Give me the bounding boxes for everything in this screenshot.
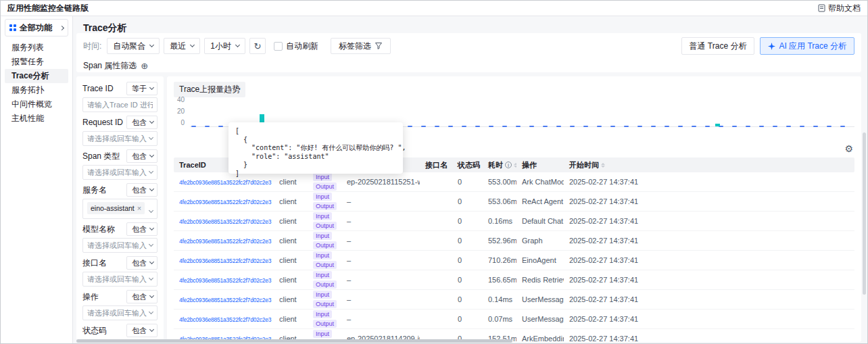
auto-refresh-toggle[interactable]: 自动刷新 [274, 41, 318, 52]
zero-dash [732, 126, 737, 127]
filter-select[interactable]: 请选择或回车输入，支... [82, 272, 158, 287]
output-tag[interactable]: Output [313, 222, 337, 230]
vertical-scrollbar[interactable] [863, 132, 866, 295]
output-tag[interactable]: Output [313, 300, 337, 308]
cell-span-type: client [274, 256, 308, 264]
filter-select[interactable]: 请选择或回车输入，支... [82, 305, 158, 320]
service-name-multiselect[interactable]: eino-assistant× [82, 199, 158, 219]
filter-op-select[interactable]: 等于 [126, 82, 158, 95]
sidebar-item-5[interactable]: 主机性能 [5, 112, 68, 126]
table-row: 4fe2bc0936e8851a3522fc2f7d02c2e3clientIn… [174, 192, 854, 212]
trace-id-link[interactable]: 4fe2bc0936e8851a3522fc2f7d02c2e3 [179, 179, 271, 186]
chart-bar[interactable] [715, 124, 720, 126]
aggregate-select[interactable]: 自动聚合 [107, 38, 160, 54]
cell-duration: 552.96ms [483, 237, 516, 245]
remove-tag-icon[interactable]: × [137, 204, 141, 212]
info-icon[interactable]: i [505, 162, 512, 168]
help-docs-link[interactable]: 帮助文档 [818, 3, 861, 14]
chart-title-chip[interactable]: Trace上报量趋势 [174, 82, 245, 97]
input-tag[interactable]: Input [313, 232, 332, 240]
cell-status: 0 [452, 276, 483, 284]
filter-op-select[interactable]: 包含 [126, 183, 158, 197]
filter-label: 状态码 [82, 325, 107, 337]
cell-trace-id: 4fe2bc0936e8851a3522fc2f7d02c2e3 [174, 256, 274, 264]
col-header-8[interactable]: 开始时间 [564, 160, 854, 170]
table-row: 4fe2bc0936e8851a3522fc2f7d02c2e3clientIn… [174, 270, 854, 290]
trace-id-link[interactable]: 4fe2bc0936e8851a3522fc2f7d02c2e3 [179, 297, 271, 303]
filter-tag[interactable]: eino-assistant× [87, 202, 145, 214]
output-tag[interactable]: Output [313, 182, 337, 191]
output-tag[interactable]: Output [313, 280, 337, 289]
filter-select[interactable]: 请选择或回车输入，支... [82, 131, 158, 146]
filter-op-select[interactable]: 包含 [126, 324, 158, 337]
cell-trace-id: 4fe2bc0936e8851a3522fc2f7d02c2e3 [174, 295, 274, 303]
table-row: 4fe2bc0936e8851a3522fc2f7d02c2e3clientIn… [174, 251, 854, 270]
all-functions-menu[interactable]: 全部功能 [5, 19, 68, 36]
sidebar-item-2[interactable]: Trace分析 [5, 69, 68, 83]
sidebar-item-1[interactable]: 报警任务 [5, 55, 68, 69]
cell-status: 0 [452, 256, 483, 264]
zero-dash [583, 126, 588, 127]
refresh-button[interactable]: ↻ [249, 38, 266, 54]
filter-op-select[interactable]: 包含 [126, 256, 158, 270]
col-header-6[interactable]: 耗时i [483, 160, 516, 170]
filter-op-select[interactable]: 包含 [126, 222, 158, 236]
input-tag[interactable]: Input [313, 212, 332, 220]
trace-id-link[interactable]: 4fe2bc0936e8851a3522fc2f7d02c2e3 [179, 199, 271, 205]
trace-id-link[interactable]: 4fe2bc0936e8851a3522fc2f7d02c2e3 [179, 218, 271, 225]
cell-duration: 0.16ms [483, 217, 516, 225]
input-tag[interactable]: Input [313, 271, 332, 279]
filter-select[interactable]: 请选择或回车输入，支... [82, 238, 158, 253]
filter-field-3: 服务名包含eino-assistant× [82, 183, 158, 219]
trace-id-link[interactable]: 4fe2bc0936e8851a3522fc2f7d02c2e3 [179, 257, 271, 264]
auto-refresh-label: 自动刷新 [286, 41, 318, 52]
cell-status: 0 [452, 178, 483, 186]
input-tag[interactable]: Input [313, 310, 332, 318]
normal-trace-button[interactable]: 普通 Trace 分析 [681, 37, 755, 55]
zero-dash [800, 126, 804, 127]
filter-op-select[interactable]: 包含 [126, 149, 158, 163]
cell-model: – [341, 197, 420, 205]
table-settings-gear-icon[interactable]: ⚙ [844, 144, 853, 153]
cell-trace-id: 4fe2bc0936e8851a3522fc2f7d02c2e3 [174, 178, 274, 186]
zero-dash [570, 126, 575, 127]
ai-trace-button[interactable]: AI 应用 Trace 分析 [760, 37, 854, 55]
span-attr-filter-label: Span 属性筛选 [83, 60, 137, 72]
input-tag[interactable]: Input [313, 251, 332, 260]
tag-filter-button[interactable]: 标签筛选 [331, 38, 391, 54]
trace-id-link[interactable]: 4fe2bc0936e8851a3522fc2f7d02c2e3 [179, 277, 271, 284]
sparkle-icon [768, 43, 775, 50]
add-span-filter-icon[interactable]: ⊕ [141, 62, 148, 70]
filter-field-0: Trace ID等于请输入Trace ID 进行搜索 [82, 82, 158, 112]
trace-id-link[interactable]: 4fe2bc0936e8851a3522fc2f7d02c2e3 [179, 238, 271, 245]
time-range-select[interactable]: 1小时 [204, 38, 245, 54]
sidebar-item-3[interactable]: 服务拓扑 [5, 83, 68, 97]
output-tag[interactable]: Output [313, 241, 337, 249]
output-tag[interactable]: Output [313, 261, 337, 269]
table-body: 4fe2bc0936e8851a3522fc2f7d02c2e3clientIn… [174, 172, 854, 342]
input-tag[interactable]: Input [313, 193, 332, 201]
auto-refresh-checkbox[interactable] [274, 42, 283, 51]
sidebar-item-4[interactable]: 中间件概览 [5, 97, 68, 112]
filter-text-input[interactable]: 请输入Trace ID 进行搜索 [82, 97, 158, 112]
input-tag[interactable]: Input [313, 330, 332, 338]
cell-operation: ReAct Agent [516, 197, 564, 205]
input-tag[interactable]: Input [313, 291, 332, 299]
zero-dash [692, 126, 696, 127]
sidebar-item-0[interactable]: 服务列表 [5, 41, 68, 55]
cell-operation: UserMessag... [516, 315, 564, 323]
filter-op-select[interactable]: 包含 [126, 290, 158, 303]
output-tag[interactable]: Output [313, 320, 337, 328]
filter-select[interactable]: 请选择或回车输入，支... [82, 165, 158, 180]
cell-io: InputOutput [308, 193, 341, 210]
toolbar-row-span-attr: Span 属性筛选 ⊕ [83, 60, 854, 72]
trace-id-link[interactable]: 4fe2bc0936e8851a3522fc2f7d02c2e3 [179, 316, 271, 323]
table-row: 4fe2bc0936e8851a3522fc2f7d02c2e3clientIn… [174, 310, 854, 329]
horizontal-scrollbar[interactable] [76, 339, 512, 343]
filter-op-select[interactable]: 包含 [126, 116, 158, 129]
cell-start-time: 2025-02-27 14:37:41 [564, 178, 854, 186]
recent-select[interactable]: 最近 [164, 38, 200, 54]
sort-icon[interactable] [601, 163, 605, 168]
y-tick: 0 [174, 119, 185, 126]
output-tag[interactable]: Output [313, 202, 337, 210]
